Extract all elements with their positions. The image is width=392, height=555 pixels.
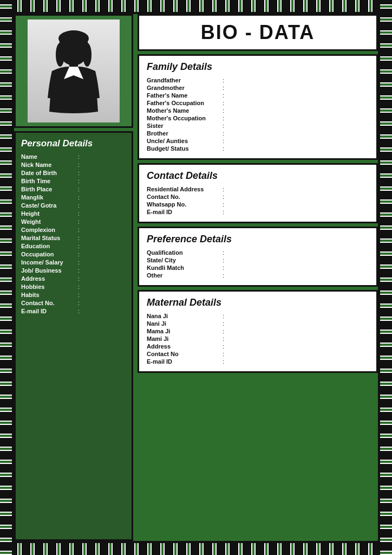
section-field-colon: : (223, 264, 224, 271)
section-field-label: Whatsapp No. (147, 201, 223, 208)
section-field-item: Residential Address: (147, 186, 369, 192)
section-field-label: Uncle/ Aunties (147, 138, 223, 144)
section-field-label: Address (147, 343, 223, 350)
border-right (380, 0, 392, 555)
section-field-item: Mami Ji: (147, 335, 369, 342)
border-top (0, 0, 392, 12)
person-silhouette (41, 28, 106, 114)
personal-details-box: Personal Details Name:Nick Name:Date of … (14, 131, 133, 541)
personal-field-item: Hobbies: (21, 283, 126, 290)
biodata-title-box: BIO - DATA (138, 14, 378, 51)
section-field-colon: : (223, 107, 224, 114)
personal-field-label: Caste/ Gotra (21, 202, 78, 209)
section-field-label: Sister (147, 122, 223, 129)
section-contact: Contact DetailsResidential Address:Conta… (138, 163, 378, 223)
svg-point-2 (56, 43, 64, 67)
section-field-item: Mother's Occupation: (147, 115, 369, 121)
personal-field-colon: : (78, 308, 80, 314)
svg-point-1 (58, 30, 89, 47)
section-field-label: E-mail ID (147, 209, 223, 215)
personal-field-item: Address: (21, 275, 126, 282)
section-field-item: Grandfather: (147, 77, 369, 83)
section-field-label: Nana Ji (147, 313, 223, 319)
personal-field-colon: : (78, 251, 80, 257)
personal-field-label: Job/ Business (21, 267, 78, 274)
personal-field-label: Date of Birth (21, 170, 78, 176)
personal-field-colon: : (78, 210, 80, 217)
section-field-colon: : (223, 186, 224, 192)
personal-field-item: Occupation: (21, 251, 126, 257)
personal-field-item: Habits: (21, 292, 126, 298)
personal-field-label: Hobbies (21, 283, 78, 290)
section-field-item: Contact No: (147, 351, 369, 357)
section-title-contact: Contact Details (147, 170, 369, 182)
section-field-colon: : (223, 358, 224, 365)
section-field-item: E-mail ID: (147, 209, 369, 215)
section-field-item: Other: (147, 272, 369, 279)
biodata-title: BIO - DATA (148, 21, 368, 44)
section-field-item: Kundli Match: (147, 264, 369, 271)
section-field-colon: : (223, 351, 224, 357)
section-field-label: Other (147, 272, 223, 279)
personal-field-item: Name: (21, 153, 126, 160)
section-field-label: Residential Address (147, 186, 223, 192)
section-field-colon: : (223, 130, 224, 137)
personal-field-item: Marital Status: (21, 235, 126, 241)
personal-field-colon: : (78, 259, 80, 266)
personal-field-label: Complexion (21, 227, 78, 233)
border-left (0, 0, 12, 555)
section-field-label: Budget/ Status (147, 145, 223, 152)
personal-field-colon: : (78, 162, 80, 168)
personal-field-colon: : (78, 300, 80, 306)
personal-field-label: Birth Place (21, 186, 78, 192)
section-field-label: Nani Ji (147, 320, 223, 327)
personal-field-item: E-mail ID: (21, 308, 126, 314)
section-family: Family DetailsGrandfather:Grandmother:Fa… (138, 54, 378, 160)
section-field-colon: : (223, 313, 224, 319)
section-field-colon: : (223, 272, 224, 279)
section-maternal: Maternal DetailsNana Ji:Nani Ji:Mama Ji:… (138, 290, 378, 373)
section-field-label: Grandfather (147, 77, 223, 83)
personal-field-label: Habits (21, 292, 78, 298)
section-field-label: Mama Ji (147, 328, 223, 334)
personal-field-label: Income/ Salary (21, 259, 78, 266)
personal-field-item: Caste/ Gotra: (21, 202, 126, 209)
section-field-colon: : (223, 77, 224, 83)
right-panel: BIO - DATA Family DetailsGrandfather:Gra… (138, 14, 378, 541)
personal-field-colon: : (78, 170, 80, 176)
section-field-item: Contact No.: (147, 193, 369, 200)
section-field-label: Mami Ji (147, 335, 223, 342)
personal-field-item: Income/ Salary: (21, 259, 126, 266)
section-field-item: Whatsapp No.: (147, 201, 369, 208)
section-field-item: Sister: (147, 122, 369, 129)
personal-field-label: Height (21, 210, 78, 217)
personal-field-item: Complexion: (21, 227, 126, 233)
personal-field-label: Address (21, 275, 78, 282)
section-field-colon: : (223, 343, 224, 350)
personal-field-colon: : (78, 243, 80, 249)
section-field-colon: : (223, 201, 224, 208)
section-field-item: Father's Name: (147, 92, 369, 99)
section-field-item: Uncle/ Aunties: (147, 138, 369, 144)
personal-field-item: Education: (21, 243, 126, 249)
personal-field-label: Weight (21, 218, 78, 225)
section-field-item: Qualification: (147, 249, 369, 256)
section-field-label: Qualification (147, 249, 223, 256)
personal-field-label: Birth Time (21, 178, 78, 184)
section-field-item: Mother's Name: (147, 107, 369, 114)
section-field-colon: : (223, 138, 224, 144)
personal-field-label: Education (21, 243, 78, 249)
section-field-colon: : (223, 122, 224, 129)
section-field-item: State/ City: (147, 257, 369, 263)
section-field-label: E-mail ID (147, 358, 223, 365)
section-field-item: Nani Ji: (147, 320, 369, 327)
section-field-label: Kundli Match (147, 264, 223, 271)
photo-box (14, 14, 133, 128)
svg-point-3 (83, 43, 92, 67)
personal-field-colon: : (78, 283, 80, 290)
section-field-item: Grandmother: (147, 85, 369, 91)
personal-field-item: Date of Birth: (21, 170, 126, 176)
photo-inner (28, 20, 120, 122)
section-field-label: Contact No (147, 351, 223, 357)
content-area: Personal Details Name:Nick Name:Date of … (14, 14, 378, 541)
